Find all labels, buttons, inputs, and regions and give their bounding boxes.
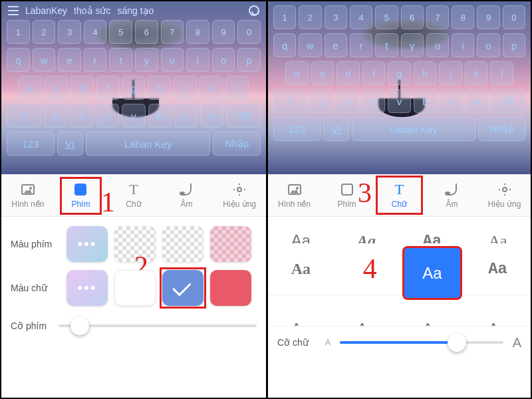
tab-background[interactable]: Hình nền [268, 174, 321, 216]
swatch-white[interactable] [114, 270, 156, 306]
swatch-transparent[interactable] [162, 226, 203, 262]
key[interactable]: u [426, 33, 449, 57]
key[interactable]: p [237, 48, 261, 72]
space-key[interactable]: Laban Key [86, 132, 211, 156]
shift-key[interactable]: ⇧ [273, 89, 307, 113]
key[interactable]: y [135, 48, 158, 72]
key[interactable]: b [148, 104, 172, 128]
key[interactable]: k [200, 76, 223, 100]
key[interactable]: 5 [109, 20, 132, 44]
tab-effects[interactable]: Hiệu ứng [478, 174, 531, 216]
key[interactable]: d [336, 61, 360, 85]
swatch-red[interactable] [210, 270, 251, 306]
swatch-more[interactable]: ••• [66, 270, 108, 306]
tab-keys[interactable]: Phím [321, 174, 373, 216]
key[interactable]: c [362, 89, 385, 113]
key[interactable]: t [375, 33, 398, 57]
suggestion-word[interactable]: sáng tạo [117, 5, 154, 16]
key[interactable]: l [225, 76, 249, 100]
key[interactable]: n [174, 104, 198, 128]
key[interactable]: 3 [58, 20, 81, 44]
swatch-pink[interactable] [210, 226, 251, 262]
tab-background[interactable]: Hình nền [1, 174, 55, 216]
key[interactable]: 0 [503, 5, 525, 29]
key[interactable]: n [440, 89, 463, 113]
key[interactable]: v [122, 104, 145, 128]
tab-font[interactable]: T Chữ [373, 174, 426, 216]
key[interactable]: i [186, 48, 209, 72]
numeric-key[interactable]: 123 [273, 117, 321, 141]
key[interactable]: i [452, 33, 474, 57]
key[interactable]: 1 [273, 5, 296, 29]
key[interactable]: g [122, 76, 146, 100]
key[interactable]: w [299, 33, 321, 57]
key[interactable]: g [388, 61, 411, 85]
key[interactable]: 8 [452, 5, 474, 29]
key[interactable]: r [350, 33, 372, 57]
font-option[interactable]: Aa [400, 303, 466, 326]
font-option[interactable]: Aa [268, 303, 334, 326]
key[interactable]: 5 [375, 5, 398, 29]
key[interactable]: v [388, 89, 411, 113]
key[interactable]: y [401, 33, 424, 57]
font-option[interactable]: Aa [465, 303, 531, 326]
font-option[interactable]: 4 [334, 243, 400, 295]
font-option[interactable]: Aa [334, 217, 400, 243]
key[interactable]: d [70, 76, 94, 100]
key[interactable]: x [336, 89, 359, 113]
key[interactable]: t [109, 48, 132, 72]
key[interactable]: p [503, 33, 525, 57]
menu-icon[interactable] [8, 6, 19, 15]
key[interactable]: 9 [212, 20, 235, 44]
key[interactable]: q [273, 33, 296, 57]
key[interactable]: l [490, 61, 513, 85]
backspace-key[interactable]: ⌫ [226, 104, 261, 128]
key[interactable]: j [439, 61, 462, 85]
key[interactable]: a [19, 76, 42, 100]
font-option[interactable]: Aa [268, 243, 334, 295]
key[interactable]: e [325, 33, 347, 57]
tab-font[interactable]: T Chữ [107, 174, 160, 216]
font-option[interactable]: Aa [334, 303, 400, 326]
key[interactable]: m [200, 104, 223, 128]
key[interactable]: s [311, 61, 334, 85]
key[interactable]: 4 [350, 5, 372, 29]
key[interactable]: w [33, 48, 56, 72]
emoji-icon[interactable] [249, 5, 259, 16]
tab-sound[interactable]: Âm [426, 174, 478, 216]
key[interactable]: x [70, 104, 93, 128]
tab-sound[interactable]: Âm [160, 174, 213, 216]
key[interactable]: z [44, 104, 67, 128]
swatch-more[interactable]: ••• [66, 226, 108, 262]
key[interactable]: r [84, 48, 107, 72]
key[interactable]: 9 [477, 5, 499, 29]
key[interactable]: 8 [186, 20, 209, 44]
key[interactable]: c [96, 104, 119, 128]
key[interactable]: z [310, 89, 333, 113]
keysize-slider[interactable] [59, 317, 257, 335]
key[interactable]: o [477, 33, 499, 57]
font-option[interactable]: Aa [400, 217, 466, 243]
key[interactable]: a [285, 61, 309, 85]
tab-keys[interactable]: Phím [55, 174, 108, 216]
swatch-transparent[interactable] [114, 226, 156, 262]
enter-key[interactable]: Nhập [478, 117, 525, 141]
key[interactable]: m [466, 89, 489, 113]
key[interactable]: f [96, 76, 120, 100]
key[interactable]: b [414, 89, 437, 113]
key[interactable]: e [58, 48, 81, 72]
key[interactable]: 6 [401, 5, 424, 29]
key[interactable]: 2 [33, 20, 56, 44]
key[interactable]: 7 [161, 20, 184, 44]
numeric-key[interactable]: 123 [7, 132, 55, 156]
key[interactable]: 1 [7, 20, 30, 44]
lang-key[interactable]: VI [57, 132, 83, 156]
key[interactable]: q [7, 48, 30, 72]
font-option-selected[interactable]: Aa [404, 247, 462, 299]
tab-effects[interactable]: Hiệu ứng [213, 174, 266, 216]
key[interactable]: u [161, 48, 184, 72]
suggestion-word[interactable]: thoả sức [74, 5, 110, 16]
font-option[interactable]: Aa [465, 217, 531, 243]
key[interactable]: 4 [84, 20, 107, 44]
key[interactable]: 7 [426, 5, 449, 29]
